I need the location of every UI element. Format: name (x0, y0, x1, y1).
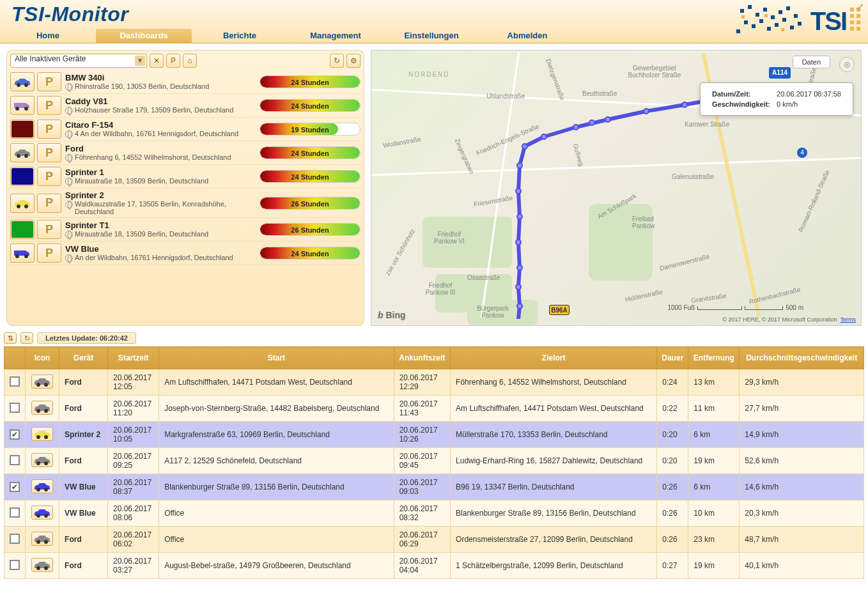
table-row[interactable]: Ford 20.06.201706:02 Office 20.06.201706… (4, 527, 864, 553)
settings-button[interactable]: ⚙ (346, 54, 360, 68)
tool-home-button[interactable]: ⌂ (183, 54, 197, 68)
device-parking-icon[interactable]: P (37, 96, 61, 115)
row-checkbox[interactable] (10, 534, 20, 544)
cell-dest: Föhrenhang 6, 14552 Wilhelmshorst, Deuts… (451, 369, 657, 396)
row-checkbox[interactable] (10, 560, 20, 570)
svg-rect-13 (790, 26, 794, 29)
refresh-table-button[interactable]: ↻ (20, 332, 33, 344)
table-row[interactable]: Ford 20.06.201703:27 August-Bebel-straße… (4, 553, 864, 579)
device-row[interactable]: P Caddy V81 Holzhauser Straße 179, 13509… (10, 94, 360, 118)
svg-rect-11 (775, 23, 779, 27)
device-parking-icon[interactable]: P (37, 243, 61, 263)
cell-distance: 6 km (688, 474, 740, 500)
device-status-text: 24 Stunden (260, 147, 360, 158)
device-name: Sprinter 1 (65, 167, 256, 177)
device-parking-icon[interactable]: P (37, 194, 61, 213)
cell-distance: 19 km (688, 448, 740, 474)
col-start[interactable]: Start (159, 347, 394, 369)
row-checkbox[interactable]: ✔ (10, 482, 20, 492)
cell-device: Sprinter 2 (59, 422, 108, 448)
row-checkbox[interactable] (10, 403, 20, 413)
svg-rect-20 (850, 8, 854, 12)
cell-start-time: 20.06.201710:05 (108, 422, 159, 448)
col-durchschnittsgeschwindigkeit[interactable]: Durchschnittsgeschwindigkeit (740, 347, 864, 369)
locate-icon[interactable]: ◎ (839, 57, 855, 72)
col-gerät[interactable]: Gerät (59, 347, 108, 369)
nav-home[interactable]: Home (0, 29, 96, 43)
device-vehicle-icon[interactable] (10, 143, 35, 162)
svg-rect-24 (850, 20, 854, 24)
device-row[interactable]: P Citaro F-154 4 An der Wildbahn, 16761 … (10, 118, 360, 141)
col-ankunftszeit[interactable]: Ankunftszeit (394, 347, 450, 369)
cell-start: A117 2, 12529 Schönefeld, Deutschland (159, 448, 394, 474)
row-checkbox[interactable] (10, 455, 20, 465)
col-dauer[interactable]: Dauer (657, 347, 688, 369)
table-row[interactable]: ✔ VW Blue 20.06.201708:37 Blankenburger … (4, 474, 864, 500)
row-vehicle-icon (31, 374, 53, 389)
device-parking-icon[interactable]: P (37, 120, 61, 139)
table-row[interactable]: VW Blue 20.06.201708:06 Office 20.06.201… (4, 500, 864, 527)
col-entfernung[interactable]: Entfernung (688, 347, 740, 369)
refresh-button[interactable]: ↻ (330, 54, 344, 68)
device-vehicle-icon[interactable] (10, 194, 35, 213)
device-row[interactable]: P Sprinter T1 Miraustraße 18, 13509 Berl… (10, 218, 360, 242)
tool-parking-button[interactable]: P (166, 54, 180, 68)
col-zielort[interactable]: Zielort (451, 347, 657, 369)
bing-logo: b Bing (378, 310, 406, 320)
col-startzeit[interactable]: Startzeit (108, 347, 159, 369)
map-data-button[interactable]: Daten (793, 56, 830, 68)
device-status-bar: 26 Stunden (260, 223, 360, 236)
svg-rect-0 (740, 9, 744, 13)
device-row[interactable]: P Ford Föhrenhang 6, 14552 Wilhelmshorst… (10, 141, 360, 165)
nav-management[interactable]: Management (288, 29, 384, 43)
svg-rect-7 (744, 20, 748, 24)
device-status-bar: 24 Stunden (260, 146, 360, 159)
device-parking-icon[interactable]: P (37, 167, 61, 186)
terms-link[interactable]: Terms (841, 316, 856, 323)
device-row[interactable]: P Sprinter 2 Waldkauzstraße 17, 13505 Be… (10, 189, 360, 218)
expand-icon[interactable]: ⤢ (856, 1, 864, 12)
nav-dashboards[interactable]: Dashboards (96, 29, 192, 43)
cell-duration: 0:26 (657, 527, 688, 553)
device-parking-icon[interactable]: P (37, 220, 61, 239)
cell-arrive-time: 20.06.201709:03 (394, 474, 450, 500)
device-status-bar: 24 Stunden (260, 99, 360, 112)
info-speed-label: Geschwindigkeit: (709, 100, 773, 109)
device-row[interactable]: P VW Blue An der Wildbahn, 16761 Hennigs… (10, 242, 360, 265)
device-parking-icon[interactable]: P (37, 143, 61, 162)
info-datetime-value: 20.06.2017 08:37:58 (774, 89, 844, 98)
nav-abmelden[interactable]: Abmelden (479, 29, 575, 43)
device-parking-icon[interactable]: P (37, 72, 61, 91)
sort-button[interactable]: ⇅ (4, 332, 17, 344)
row-checkbox[interactable] (10, 376, 20, 387)
row-checkbox[interactable]: ✔ (10, 429, 20, 440)
table-row[interactable]: Ford 20.06.201709:25 A117 2, 12529 Schön… (4, 448, 864, 474)
cell-dest: Ordensmeisterstraße 27, 12099 Berlin, De… (451, 527, 657, 553)
tool-crosshair-button[interactable]: ✕ (150, 54, 164, 68)
globe-icon (65, 83, 73, 91)
cell-start-time: 20.06.201712:05 (108, 369, 159, 396)
device-vehicle-icon[interactable] (10, 96, 35, 115)
row-checkbox[interactable] (10, 507, 20, 518)
table-row[interactable]: ✔ Sprinter 2 20.06.201710:05 Markgrafens… (4, 422, 864, 448)
device-row[interactable]: P BMW 340i Rhinstraße 190, 13053 Berlin,… (10, 70, 360, 94)
cell-dest: Ludwig-Erhard-Ring 16, 15827 Dahlewitz, … (451, 448, 657, 474)
device-vehicle-icon[interactable] (10, 120, 35, 139)
device-row[interactable]: P Sprinter 1 Miraustraße 18, 13509 Berli… (10, 165, 360, 189)
nav-einstellungen[interactable]: Einstellungen (384, 29, 479, 43)
device-vehicle-icon[interactable] (10, 243, 35, 263)
cell-arrive-time: 20.06.201706:29 (394, 527, 450, 553)
device-vehicle-icon[interactable] (10, 167, 35, 186)
device-vehicle-icon[interactable] (10, 72, 35, 91)
col-icon[interactable]: Icon (26, 347, 59, 369)
svg-point-35 (24, 205, 28, 208)
table-row[interactable]: Ford 20.06.201711:20 Joseph-von-Sternber… (4, 396, 864, 422)
device-filter-select[interactable]: Alle Inaktiven Geräte ▼ (10, 54, 147, 68)
device-status-bar: 26 Stunden (260, 197, 360, 210)
device-vehicle-icon[interactable] (10, 220, 35, 239)
nav-berichte[interactable]: Berichte (192, 29, 288, 43)
map-panel[interactable]: NORDEND Gewerbegebiet Buchholzer Straße … (371, 50, 862, 326)
cell-start-time: 20.06.201708:06 (108, 500, 159, 527)
device-status-text: 24 Stunden (260, 100, 360, 111)
table-row[interactable]: Ford 20.06.201712:05 Am Luftschiffhafen,… (4, 369, 864, 396)
